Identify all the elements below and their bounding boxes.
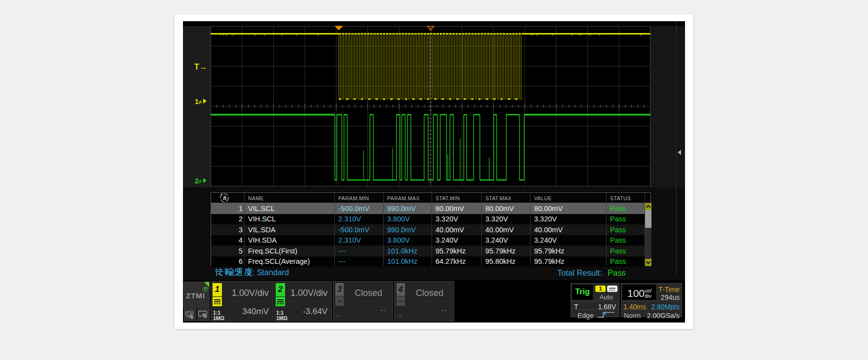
- svg-text:B: B: [222, 195, 226, 201]
